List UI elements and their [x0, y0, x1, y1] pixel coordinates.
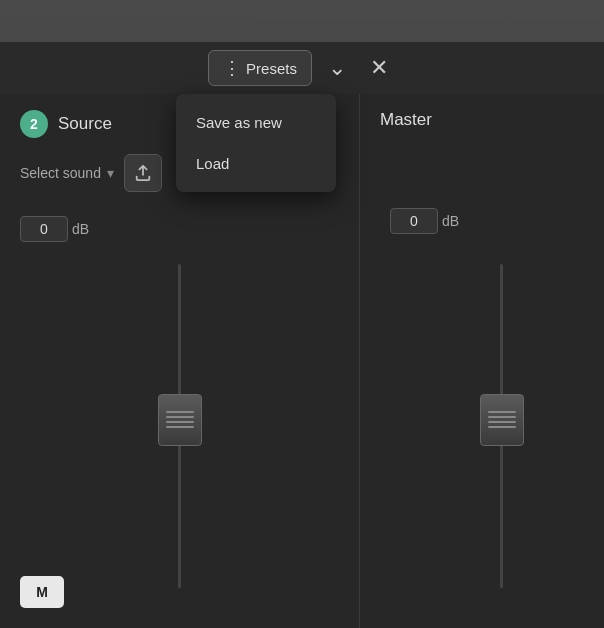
right-fader-line-4: [488, 426, 516, 428]
left-db-input[interactable]: [20, 216, 68, 242]
right-db-input[interactable]: [390, 208, 438, 234]
master-title: Master: [380, 110, 432, 130]
select-chevron-icon: ▾: [107, 165, 114, 181]
fader-line-4: [166, 426, 194, 428]
load-item[interactable]: Load: [176, 143, 336, 184]
dots-icon: ⋮: [223, 57, 240, 79]
right-fader-track[interactable]: [500, 264, 503, 588]
right-db-row: dB: [370, 200, 479, 242]
save-as-new-item[interactable]: Save as new: [176, 102, 336, 143]
select-sound-label: Select sound: [20, 165, 101, 181]
fader-line-1: [166, 411, 194, 413]
right-fader-line-1: [488, 411, 516, 413]
right-fader-container: [492, 264, 512, 588]
chevron-down-button[interactable]: ⌄: [320, 51, 354, 85]
left-fader-handle[interactable]: [158, 394, 202, 446]
close-button[interactable]: ✕: [362, 51, 396, 85]
presets-label: Presets: [246, 60, 297, 77]
fader-line-2: [166, 416, 194, 418]
close-icon: ✕: [370, 55, 388, 80]
dropdown-menu: Save as new Load: [176, 94, 336, 192]
right-fader-line-3: [488, 421, 516, 423]
source-title: Source: [58, 114, 112, 134]
source-badge: 2: [20, 110, 48, 138]
mute-button[interactable]: M: [20, 576, 64, 608]
left-db-label: dB: [72, 221, 89, 237]
right-db-label: dB: [442, 213, 459, 229]
right-panel: Master dB: [360, 94, 604, 628]
right-fader-line-2: [488, 416, 516, 418]
right-section-header: Master: [360, 94, 604, 142]
top-bar: ⋮ Presets ⌄ ✕: [0, 42, 604, 94]
left-fader-container: [170, 264, 190, 588]
right-fader-handle[interactable]: [480, 394, 524, 446]
upload-icon: [134, 164, 152, 182]
presets-button[interactable]: ⋮ Presets: [208, 50, 312, 86]
fader-line-3: [166, 421, 194, 423]
chevron-down-icon: ⌄: [328, 55, 346, 80]
upload-button[interactable]: [124, 154, 162, 192]
left-db-row: dB: [0, 208, 359, 250]
select-sound-button[interactable]: Select sound ▾: [20, 165, 114, 181]
left-fader-track[interactable]: [178, 264, 181, 588]
